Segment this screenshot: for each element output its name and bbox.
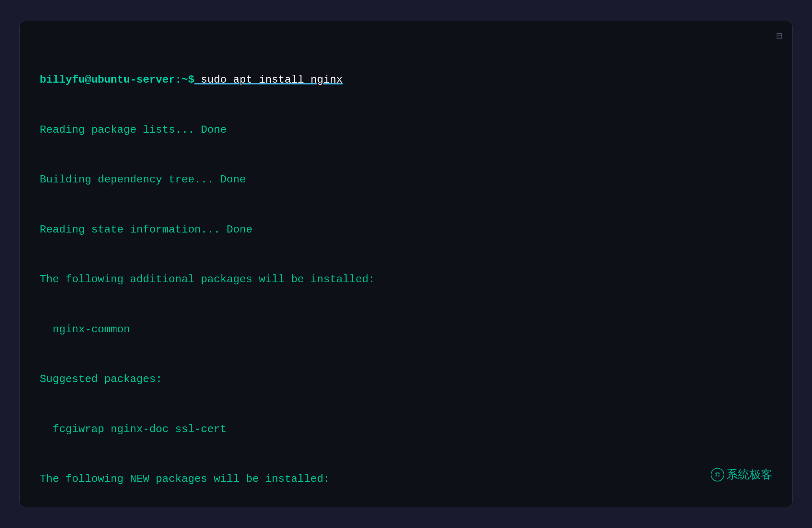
output-line-4: The following additional packages will b… <box>40 271 772 288</box>
watermark-text: 系统极客 <box>726 467 772 483</box>
prompt-line: billyfu@ubuntu-server:~$ sudo apt instal… <box>40 72 772 88</box>
terminal-window: ⊟ billyfu@ubuntu-server:~$ sudo apt inst… <box>19 21 793 507</box>
output-line-3: Reading state information... Done <box>40 221 772 238</box>
watermark: © 系统极客 <box>711 467 772 483</box>
output-line-2: Building dependency tree... Done <box>40 171 772 188</box>
prompt-cmd: sudo apt install nginx <box>194 74 343 86</box>
cmd-underline: sudo apt install nginx <box>194 74 343 86</box>
terminal-layout-icon: ⊟ <box>776 30 782 42</box>
output-line-1: Reading package lists... Done <box>40 122 772 138</box>
output-line-7: fcgiwrap nginx-doc ssl-cert <box>40 421 772 438</box>
output-line-6: Suggested packages: <box>40 371 772 388</box>
prompt-user: billyfu@ubuntu-server:~$ <box>40 74 194 86</box>
output-line-8: The following NEW packages will be insta… <box>40 471 772 488</box>
watermark-icon: © <box>711 468 724 481</box>
output-line-5: nginx-common <box>40 321 772 338</box>
terminal-content: billyfu@ubuntu-server:~$ sudo apt instal… <box>40 38 772 507</box>
